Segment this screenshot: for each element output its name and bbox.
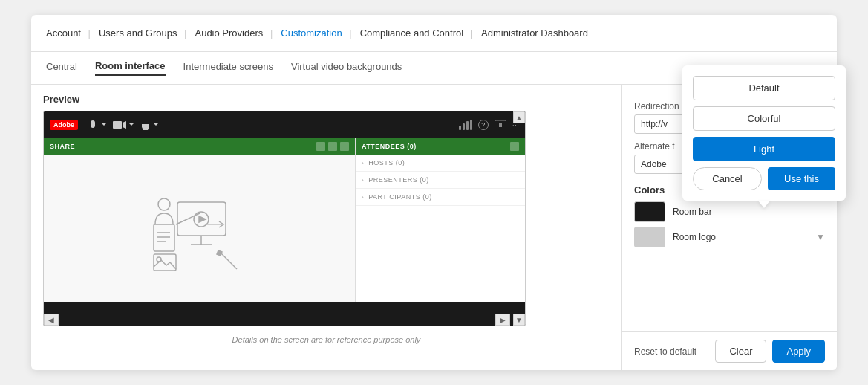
chevron-participants: ›	[362, 194, 364, 201]
svg-rect-1	[459, 126, 461, 130]
scroll-left-arrow[interactable]: ◀	[44, 314, 59, 326]
room-controls	[87, 120, 159, 130]
nav-admin-dashboard[interactable]: Administrator Dashboard	[472, 28, 597, 39]
svg-rect-0	[113, 121, 122, 129]
chevron-hosts: ›	[362, 160, 364, 166]
preview-panel: Preview ▲ Adobe	[31, 85, 621, 370]
video-ctrl[interactable]	[113, 120, 134, 129]
apply-button[interactable]: Apply	[772, 340, 825, 363]
nav-account[interactable]: Account	[46, 28, 90, 39]
share-content	[44, 155, 355, 302]
scroll-right-arrow[interactable]: ▶	[495, 314, 510, 326]
room-bar-swatch[interactable]	[634, 201, 665, 222]
scroll-bottom-arrow[interactable]: ▼	[513, 314, 525, 326]
svg-point-20	[158, 198, 170, 210]
theme-cancel-button[interactable]: Cancel	[693, 167, 762, 190]
share-panel: SHARE	[44, 138, 356, 302]
attendees-icon-1	[510, 142, 519, 151]
clear-button[interactable]: Clear	[715, 340, 766, 363]
svg-marker-15	[199, 216, 206, 222]
room-logo-chevron[interactable]: ▼	[816, 232, 825, 242]
colors-title: Colors	[634, 184, 665, 195]
help-icon[interactable]: ?	[478, 120, 489, 130]
tab-intermediate-screens[interactable]: Intermediate screens	[183, 61, 273, 75]
adobe-badge: Adobe	[50, 120, 78, 130]
preview-note: Details on the screen are for reference …	[43, 335, 610, 344]
room-logo-label: Room logo	[673, 232, 716, 242]
preview-window: ▲ Adobe	[43, 111, 526, 326]
theme-default-btn[interactable]: Default	[693, 76, 835, 100]
share-header-icons	[316, 142, 349, 151]
svg-rect-4	[470, 120, 472, 130]
share-illustration	[140, 184, 259, 273]
panels-row: SHARE	[44, 138, 525, 302]
svg-rect-2	[463, 123, 465, 130]
nav-users-groups[interactable]: Users and Groups	[90, 28, 186, 39]
scroll-top-arrow[interactable]: ▲	[513, 111, 525, 123]
svg-rect-16	[154, 254, 176, 271]
nav-compliance[interactable]: Compliance and Control	[351, 28, 472, 39]
attendees-panel: ATTENDEES (0) › HOSTS (0)	[356, 138, 525, 302]
attendee-group-hosts: › HOSTS (0)	[356, 155, 525, 172]
share-icon-1	[316, 142, 325, 151]
share-icon-2	[328, 142, 337, 151]
attendees-panel-header: ATTENDEES (0)	[356, 138, 525, 155]
dropdown-arrow	[758, 201, 770, 208]
reset-to-default-link[interactable]: Reset to default	[634, 346, 696, 357]
attendee-group-presenters: › PRESENTERS (0)	[356, 172, 525, 189]
tab-virtual-video-backgrounds[interactable]: Virtual video backgrounds	[291, 61, 402, 75]
theme-colorful-btn[interactable]: Colorful	[693, 106, 835, 131]
chevron-presenters: ›	[362, 177, 364, 184]
nav-customization[interactable]: Customization	[272, 28, 350, 39]
svg-marker-19	[217, 250, 222, 256]
outer-container: Account Users and Groups Audio Providers…	[0, 0, 868, 385]
attendee-group-participants: › PARTICIPANTS (0)	[356, 189, 525, 206]
bottom-bar: Reset to default Clear Apply	[622, 331, 837, 370]
svg-rect-6	[499, 123, 502, 127]
room-bar-label: Room bar	[673, 207, 712, 217]
svg-rect-10	[154, 224, 174, 251]
top-nav: Account Users and Groups Audio Providers…	[31, 15, 837, 52]
share-icon-3	[340, 142, 349, 151]
tab-central[interactable]: Central	[46, 61, 77, 75]
tab-room-interface[interactable]: Room interface	[95, 60, 166, 76]
color-row-room-logo: Room logo ▼	[634, 227, 825, 248]
theme-picker-dropdown: Default Colorful Light Cancel Use this	[682, 65, 846, 201]
audio-ctrl[interactable]	[87, 120, 107, 129]
theme-actions: Cancel Use this	[693, 167, 835, 190]
svg-rect-3	[466, 121, 469, 130]
share-panel-header: SHARE	[44, 138, 355, 155]
preview-label: Preview	[43, 94, 610, 105]
room-logo-swatch[interactable]	[634, 227, 665, 248]
nav-audio-providers[interactable]: Audio Providers	[186, 28, 272, 39]
hand-ctrl[interactable]	[140, 120, 159, 130]
room-bar: Adobe	[44, 111, 525, 138]
color-row-room-bar: Room bar	[634, 201, 825, 222]
theme-use-button[interactable]: Use this	[768, 167, 835, 190]
attendees-header-icons	[510, 142, 519, 151]
room-bar-right: ? ···	[459, 120, 519, 130]
theme-light-btn[interactable]: Light	[693, 137, 835, 161]
